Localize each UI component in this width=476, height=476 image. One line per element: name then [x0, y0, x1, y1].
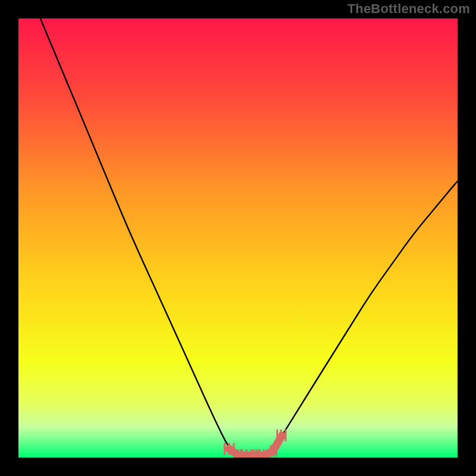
chart-svg: [18, 18, 458, 458]
svg-rect-1: [18, 439, 458, 440]
svg-rect-2: [18, 442, 458, 444]
svg-rect-0: [18, 435, 458, 437]
svg-rect-3: [18, 446, 458, 447]
gradient-background: [18, 18, 458, 458]
chart-frame: TheBottleneck.com: [0, 0, 476, 476]
plot-area: [18, 18, 458, 458]
watermark-text: TheBottleneck.com: [347, 1, 470, 17]
